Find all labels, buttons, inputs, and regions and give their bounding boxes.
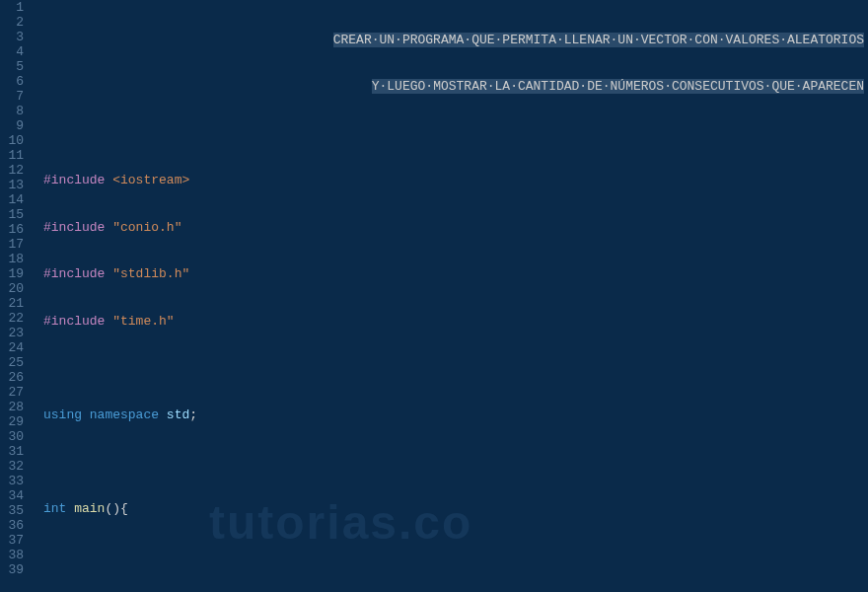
line-number: 37 bbox=[0, 533, 24, 548]
code-line[interactable]: int main(){ bbox=[43, 501, 868, 516]
line-number: 29 bbox=[0, 414, 24, 429]
line-number: 33 bbox=[0, 474, 24, 488]
line-number: 11 bbox=[0, 148, 24, 163]
line-number: 24 bbox=[0, 340, 24, 355]
line-number: 12 bbox=[0, 163, 24, 178]
line-number: 17 bbox=[0, 237, 24, 252]
line-number: 32 bbox=[0, 459, 24, 474]
line-number: 2 bbox=[0, 15, 24, 30]
selected-text: CREAR·UN·PROGRAMA·QUE·PERMITA·LLENAR·UN·… bbox=[333, 33, 864, 47]
line-number: 39 bbox=[0, 562, 24, 577]
code-line[interactable]: #include "stdlib.h" bbox=[43, 266, 868, 281]
line-number: 34 bbox=[0, 488, 24, 503]
line-number: 14 bbox=[0, 192, 24, 207]
selected-text: Y·LUEGO·MOSTRAR·LA·CANTIDAD·DE·NÚMEROS·C… bbox=[372, 79, 864, 94]
code-line[interactable]: Y·LUEGO·MOSTRAR·LA·CANTIDAD·DE·NÚMEROS·C… bbox=[43, 79, 868, 94]
code-line[interactable]: #include "time.h" bbox=[43, 314, 868, 329]
line-number: 3 bbox=[0, 30, 24, 44]
line-number: 6 bbox=[0, 74, 24, 89]
code-line[interactable] bbox=[43, 360, 868, 375]
code-line[interactable]: #include <iostream> bbox=[43, 173, 868, 187]
code-line[interactable] bbox=[43, 548, 868, 562]
line-number: 19 bbox=[0, 266, 24, 281]
line-number: 5 bbox=[0, 59, 24, 74]
code-line[interactable]: using namespace std; bbox=[43, 407, 868, 422]
line-number: 23 bbox=[0, 326, 24, 340]
line-number: 31 bbox=[0, 444, 24, 459]
line-number: 9 bbox=[0, 118, 24, 133]
code-line[interactable] bbox=[43, 126, 868, 141]
line-number: 27 bbox=[0, 385, 24, 400]
line-number: 8 bbox=[0, 104, 24, 118]
line-number: 30 bbox=[0, 429, 24, 444]
line-number: 25 bbox=[0, 355, 24, 370]
line-number: 13 bbox=[0, 178, 24, 192]
line-number: 15 bbox=[0, 207, 24, 222]
line-number: 35 bbox=[0, 503, 24, 518]
code-line[interactable]: #include "conio.h" bbox=[43, 220, 868, 235]
code-editor[interactable]: 1234567891011121314151617181920212223242… bbox=[0, 0, 868, 592]
line-number: 7 bbox=[0, 89, 24, 104]
line-number: 26 bbox=[0, 370, 24, 385]
code-line[interactable]: CREAR·UN·PROGRAMA·QUE·PERMITA·LLENAR·UN·… bbox=[43, 33, 868, 47]
line-number: 36 bbox=[0, 518, 24, 533]
line-number: 28 bbox=[0, 400, 24, 414]
line-number: 38 bbox=[0, 548, 24, 562]
line-number: 16 bbox=[0, 222, 24, 237]
line-number-gutter: 1234567891011121314151617181920212223242… bbox=[0, 0, 32, 592]
line-number: 20 bbox=[0, 281, 24, 296]
line-number: 18 bbox=[0, 252, 24, 266]
code-line[interactable] bbox=[43, 454, 868, 469]
line-number: 22 bbox=[0, 311, 24, 326]
line-number: 21 bbox=[0, 296, 24, 311]
line-number: 4 bbox=[0, 44, 24, 59]
line-number: 10 bbox=[0, 133, 24, 148]
code-area[interactable]: CREAR·UN·PROGRAMA·QUE·PERMITA·LLENAR·UN·… bbox=[32, 0, 868, 592]
line-number: 1 bbox=[0, 0, 24, 15]
